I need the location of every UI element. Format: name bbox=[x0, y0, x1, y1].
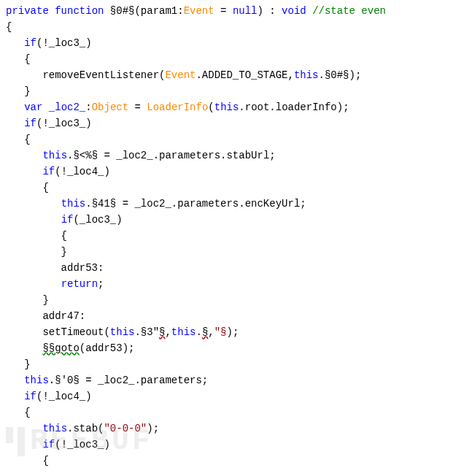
code-token: { bbox=[6, 53, 31, 65]
code-token: this bbox=[110, 326, 135, 338]
code-line: if(!_loc4_) bbox=[0, 388, 472, 404]
code-token: removeEventListener( bbox=[6, 69, 165, 81]
code-token: , bbox=[208, 326, 214, 338]
code-line: { bbox=[0, 51, 472, 67]
code-token: if bbox=[42, 166, 55, 177]
code-token: §§goto bbox=[42, 342, 79, 354]
code-token: ; bbox=[98, 278, 104, 290]
code-token: var bbox=[24, 101, 42, 113]
code-line: if(_loc3_) bbox=[0, 212, 472, 228]
code-token bbox=[6, 214, 61, 226]
code-token: if bbox=[24, 391, 36, 402]
code-token: LoaderInfo bbox=[147, 101, 208, 113]
code-line: this.§<%§ = _loc2_.parameters.stabUrl; bbox=[0, 147, 472, 164]
code-token: _loc2_ bbox=[49, 101, 85, 113]
code-token bbox=[6, 150, 42, 161]
code-token: (!_loc3_) bbox=[36, 118, 92, 129]
code-token: .§0#§); bbox=[318, 69, 361, 81]
code-line: } bbox=[0, 244, 472, 260]
code-line: if(!_loc3_) bbox=[0, 115, 472, 131]
watermark: REEBUF bbox=[6, 427, 152, 456]
code-token: (addr53); bbox=[80, 342, 135, 354]
code-token: null bbox=[233, 5, 258, 17]
code-token: if bbox=[61, 214, 74, 226]
code-token: Event bbox=[184, 5, 214, 17]
watermark-bars-icon bbox=[6, 427, 25, 456]
code-token: .§<%§ = _loc2_.parameters.stabUrl; bbox=[67, 150, 276, 161]
code-token bbox=[6, 37, 24, 49]
code-token: function bbox=[55, 5, 104, 17]
code-token: .ADDED_TO_STAGE, bbox=[196, 69, 293, 81]
code-token: if bbox=[24, 118, 36, 129]
code-line: { bbox=[0, 404, 472, 421]
code-token: Object bbox=[92, 101, 128, 113]
code-token: this bbox=[42, 150, 67, 161]
code-token bbox=[6, 342, 42, 354]
code-token: private bbox=[6, 5, 49, 17]
code-line: setTimeout(this.§3"§,this.§,"§); bbox=[0, 324, 472, 340]
code-token: { bbox=[6, 407, 31, 418]
code-line: var _loc2_:Object = LoaderInfo(this.root… bbox=[0, 99, 472, 115]
code-token: ( bbox=[208, 101, 214, 113]
watermark-text: REEBUF bbox=[30, 434, 152, 450]
code-token: } bbox=[6, 294, 49, 306]
code-token: (!_loc4_) bbox=[36, 391, 92, 402]
code-token: (!_loc3_) bbox=[36, 37, 92, 49]
code-line: this.§41§ = _loc2_.parameters.encKeyUrl; bbox=[0, 196, 472, 212]
code-token: return bbox=[61, 278, 98, 290]
code-token: addr53: bbox=[6, 262, 104, 274]
code-token: addr47: bbox=[6, 310, 85, 322]
code-token: .§41§ = _loc2_.parameters.encKeyUrl; bbox=[85, 198, 306, 210]
code-token: } bbox=[6, 358, 31, 370]
code-token: .§'0§ = _loc2_.parameters; bbox=[49, 375, 208, 386]
code-token: { bbox=[6, 182, 49, 193]
code-line: return; bbox=[0, 276, 472, 292]
code-token bbox=[6, 375, 24, 386]
code-token: ) : bbox=[258, 5, 282, 17]
code-token: this bbox=[294, 69, 319, 81]
code-line: removeEventListener(Event.ADDED_TO_STAGE… bbox=[0, 67, 472, 83]
code-token bbox=[6, 166, 42, 177]
code-token: { bbox=[6, 21, 12, 33]
code-token: setTimeout( bbox=[6, 326, 110, 338]
code-token: ); bbox=[227, 326, 239, 338]
code-token: { bbox=[6, 230, 67, 242]
code-token: } bbox=[6, 246, 67, 258]
code-token bbox=[306, 5, 312, 17]
code-token: this bbox=[171, 326, 196, 338]
code-block: private function §0#§(param1:Event = nul… bbox=[0, 3, 472, 469]
code-token: Event bbox=[165, 69, 196, 81]
code-token: : bbox=[85, 101, 91, 113]
code-token: void bbox=[282, 5, 306, 17]
code-token: = bbox=[214, 5, 233, 17]
code-line: private function §0#§(param1:Event = nul… bbox=[0, 3, 472, 19]
code-token: §0#§(param1: bbox=[104, 5, 183, 17]
code-token bbox=[6, 391, 24, 402]
code-token bbox=[42, 101, 48, 113]
code-token: (!_loc4_) bbox=[55, 166, 110, 177]
code-line: { bbox=[0, 19, 472, 35]
code-token: if bbox=[24, 37, 36, 49]
code-token: .root.loaderInfo); bbox=[239, 101, 349, 113]
code-token bbox=[6, 278, 61, 290]
code-line: §§goto(addr53); bbox=[0, 340, 472, 356]
code-token: (_loc3_) bbox=[73, 214, 122, 226]
code-token: "§ bbox=[214, 326, 227, 338]
code-token: } bbox=[6, 85, 31, 97]
code-token bbox=[6, 101, 24, 113]
code-line: } bbox=[0, 83, 472, 99]
code-token: . bbox=[196, 326, 201, 338]
code-token: this bbox=[61, 198, 86, 210]
code-token: this bbox=[214, 101, 239, 113]
code-line: { bbox=[0, 228, 472, 244]
code-line: { bbox=[0, 131, 472, 147]
code-line: { bbox=[0, 180, 472, 196]
code-line: this.§'0§ = _loc2_.parameters; bbox=[0, 372, 472, 388]
code-token: = bbox=[128, 101, 147, 113]
code-token: //state even bbox=[312, 5, 386, 17]
code-line: addr53: bbox=[0, 260, 472, 276]
code-token bbox=[6, 118, 24, 129]
code-line: } bbox=[0, 356, 472, 372]
code-token: { bbox=[6, 134, 31, 145]
code-line: if(!_loc4_) bbox=[0, 164, 472, 180]
